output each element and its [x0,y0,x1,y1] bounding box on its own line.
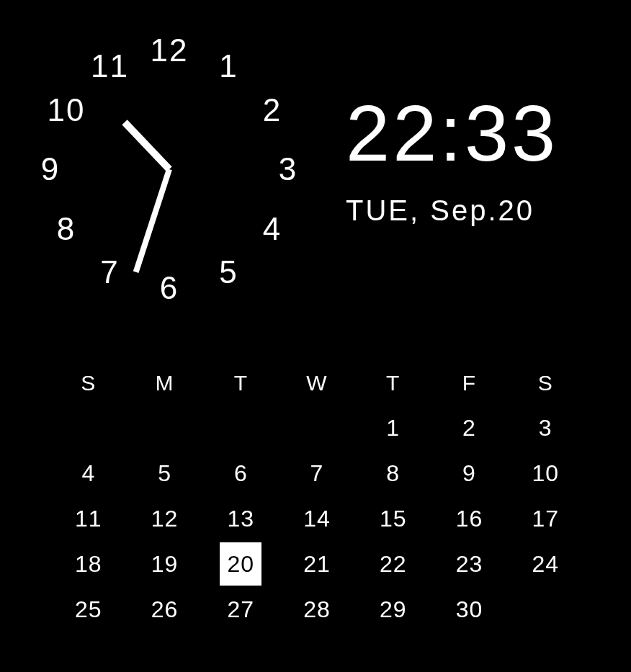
weekday-header: S [50,360,127,406]
clock-number: 9 [41,151,60,187]
digital-time: 22:33 [346,94,558,173]
calendar-day[interactable]: 14 [279,496,355,542]
calendar-day[interactable]: 23 [431,542,508,587]
calendar-day[interactable]: 30 [431,587,508,632]
clock-number: 7 [100,254,119,290]
calendar-day[interactable]: 20 [202,542,279,587]
clock-number: 8 [57,211,76,247]
calendar-day[interactable]: 24 [507,542,583,587]
weekday-header: T [355,360,431,406]
weekday-header: S [507,360,583,406]
calendar-day[interactable]: 18 [50,542,127,587]
clock-number: 3 [279,151,297,187]
calendar-day [202,406,279,451]
calendar-day[interactable]: 15 [355,496,431,542]
clock-number: 2 [263,92,282,128]
weekday-header: M [127,360,203,406]
calendar-day[interactable]: 13 [202,496,279,542]
calendar-day[interactable]: 22 [355,542,431,587]
calendar-day[interactable]: 9 [431,451,508,496]
clock-number: 11 [91,48,129,84]
calendar-day[interactable]: 4 [50,451,127,496]
weekday-header: F [431,360,508,406]
weekday-header: T [202,360,279,406]
hour-hand [122,120,171,171]
calendar-day[interactable]: 5 [127,451,203,496]
clock-number: 6 [160,270,179,306]
calendar-day [50,406,127,451]
calendar-day[interactable]: 26 [127,587,203,632]
weekday-header: W [279,360,355,406]
calendar-day[interactable]: 7 [279,451,355,496]
calendar-day[interactable]: 12 [127,496,203,542]
digital-date: TUE, Sep.20 [346,194,558,227]
calendar-day[interactable]: 29 [355,587,431,632]
calendar-day[interactable]: 17 [507,496,583,542]
calendar-day [507,587,583,632]
clock-number: 5 [219,254,238,290]
calendar-day[interactable]: 11 [50,496,127,542]
clock-number: 10 [48,92,86,128]
minute-hand [133,169,172,273]
calendar-day[interactable]: 3 [507,406,583,451]
calendar-day[interactable]: 25 [50,587,127,632]
calendar: SMTWTFS123456789101112131415161718192021… [50,360,583,632]
calendar-day [279,406,355,451]
calendar-day[interactable]: 6 [202,451,279,496]
calendar-day[interactable]: 28 [279,587,355,632]
calendar-day[interactable]: 16 [431,496,508,542]
calendar-day[interactable]: 27 [202,587,279,632]
digital-clock: 22:33 TUE, Sep.20 [346,94,558,227]
calendar-day[interactable]: 2 [431,406,508,451]
calendar-day[interactable]: 8 [355,451,431,496]
analog-clock: 121234567891011 [25,25,313,313]
clock-number: 12 [151,32,189,68]
calendar-day[interactable]: 19 [127,542,203,587]
calendar-day[interactable]: 10 [507,451,583,496]
clock-number: 4 [263,211,282,247]
calendar-day[interactable]: 1 [355,406,431,451]
clock-number: 1 [219,48,238,84]
calendar-day[interactable]: 21 [279,542,355,587]
calendar-day [127,406,203,451]
